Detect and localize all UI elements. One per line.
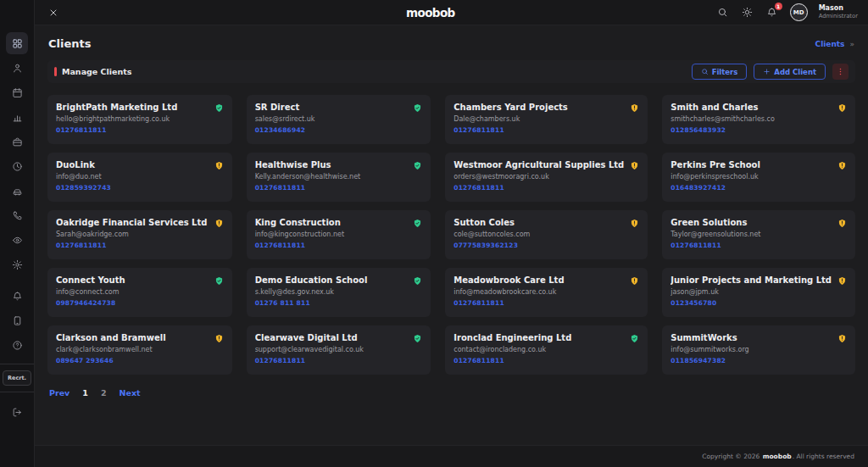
client-phone-link[interactable]: 012856483932: [670, 126, 847, 134]
sidebar-recrt-button[interactable]: Recrt.: [3, 370, 31, 386]
client-phone-link[interactable]: 01234686942: [255, 126, 423, 134]
avatar[interactable]: MD: [790, 3, 808, 21]
client-phone-link[interactable]: 01276811811: [453, 357, 639, 364]
help-icon: [12, 340, 23, 351]
client-card[interactable]: King Constructioninfo@kingconstruction.n…: [247, 210, 431, 259]
clock-icon: [12, 161, 23, 172]
sidebar-item-vehicles[interactable]: [6, 180, 28, 202]
status-warning-icon: [837, 160, 847, 171]
client-card[interactable]: Ironclad Engineering Ltdcontact@ironclad…: [445, 325, 648, 375]
sidebar-recrt-section: Recrt.: [0, 364, 34, 392]
client-phone-link[interactable]: 07775839362123: [453, 242, 639, 249]
gear-icon: [12, 259, 23, 270]
client-phone-link[interactable]: 01276811811: [453, 184, 639, 192]
client-card[interactable]: Junior Projects and Marketing Ltdjason@j…: [662, 268, 855, 317]
pagination-next-button[interactable]: Next: [120, 388, 141, 398]
client-phone-link[interactable]: 0987946424738: [56, 299, 224, 307]
client-card[interactable]: Connect Youthinfo@connect.com09879464247…: [47, 268, 232, 317]
sidebar-item-logout[interactable]: [6, 401, 28, 423]
breadcrumb-clients-link[interactable]: Clients: [815, 40, 845, 48]
client-phone-link[interactable]: 01276811811: [453, 299, 639, 307]
brand-logo: moobob: [406, 6, 455, 19]
sidebar-item-calendar[interactable]: [6, 81, 28, 103]
client-name: Demo Education School: [255, 275, 423, 285]
client-card[interactable]: Green SolutionsTaylor@greensolutions.net…: [662, 210, 855, 259]
sidebar-item-reports[interactable]: [6, 106, 28, 128]
pagination-page-1-button[interactable]: 1: [82, 388, 88, 398]
sidebar-item-monitoring[interactable]: [6, 229, 28, 251]
client-card[interactable]: SummitWorksinfo@summitworks.org011856947…: [662, 325, 855, 375]
client-name: Sutton Coles: [453, 218, 639, 227]
sidebar-item-notifications[interactable]: [6, 285, 28, 307]
status-warning-icon: [630, 218, 639, 229]
client-phone-link[interactable]: 016483927412: [670, 184, 847, 192]
more-options-button[interactable]: [832, 64, 849, 80]
pagination-prev-button[interactable]: Prev: [49, 388, 70, 398]
client-name: Clarkson and Bramwell: [56, 333, 224, 342]
sidebar-secondary-group: [6, 285, 28, 359]
status-warning-icon: [214, 218, 224, 229]
client-card[interactable]: Clearwave Digital Ltdsupport@clearwavedi…: [247, 325, 431, 375]
panel-actions: Filters Add Client: [692, 64, 849, 80]
close-icon[interactable]: [45, 4, 62, 21]
bell-icon: [12, 291, 23, 302]
filters-button[interactable]: Filters: [692, 64, 748, 80]
client-email: hello@brightpathmarketing.co.uk: [56, 115, 224, 123]
status-verified-icon: [413, 103, 422, 114]
client-name: Junior Projects and Marketing Ltd: [670, 275, 847, 285]
client-phone-link[interactable]: 089647 293646: [56, 357, 224, 364]
sidebar-item-help[interactable]: [6, 334, 28, 356]
sidebar-item-devices[interactable]: [6, 309, 28, 331]
client-card[interactable]: Meadowbrook Care Ltdinfo@meadowbrookcare…: [445, 268, 648, 317]
client-card[interactable]: Sutton Colescole@suttoncoles.com07775839…: [445, 210, 648, 259]
client-card[interactable]: Clarkson and Bramwellclark@clarksonbramw…: [47, 325, 232, 375]
sidebar-item-jobs[interactable]: [6, 131, 28, 153]
topbar-actions: 1 MD Mason Administrator: [716, 3, 858, 21]
footer: Copyright © 2026 moobob. All rights rese…: [35, 445, 868, 467]
client-card[interactable]: Westmoor Agricultural Supplies Ltdorders…: [445, 153, 648, 202]
client-card[interactable]: Oakridge Financial Services LtdSarah@oak…: [47, 210, 232, 259]
client-name: Westmoor Agricultural Supplies Ltd: [453, 160, 639, 170]
client-name: Meadowbrook Care Ltd: [453, 275, 639, 285]
client-card[interactable]: Chambers Yard ProjectsDale@chambers.uk01…: [445, 95, 648, 144]
client-card[interactable]: Demo Education Schools.kelly@des.gov.nex…: [247, 268, 431, 317]
status-verified-icon: [214, 275, 224, 286]
client-phone-link[interactable]: 01276 811 811: [255, 299, 423, 307]
client-name: Connect Youth: [56, 275, 224, 285]
client-email: info@connect.com: [56, 288, 224, 296]
client-email: info@duo.net: [56, 173, 224, 181]
client-email: s.kelly@des.gov.nex.uk: [255, 288, 423, 296]
client-phone-link[interactable]: 01276811811: [453, 126, 639, 134]
page-content: Clients Clients » Manage Clients Filters: [35, 25, 868, 445]
client-phone-link[interactable]: 0123456780: [670, 299, 847, 307]
client-card[interactable]: DuoLinkinfo@duo.net012859392743: [47, 153, 232, 202]
sidebar-item-clients[interactable]: [6, 57, 28, 79]
client-phone-link[interactable]: 01276811811: [670, 242, 847, 249]
kebab-icon: [836, 67, 845, 76]
client-phone-link[interactable]: 01276811811: [255, 357, 423, 364]
client-card[interactable]: Smith and Charlessmithcharles@smithcharl…: [662, 95, 855, 144]
pagination-page-2-button[interactable]: 2: [101, 388, 107, 398]
client-phone-link[interactable]: 012859392743: [56, 184, 224, 192]
sidebar-item-time[interactable]: [6, 155, 28, 177]
client-phone-link[interactable]: 01276811811: [56, 126, 224, 134]
notifications-bell-icon[interactable]: 1: [765, 6, 779, 19]
client-phone-link[interactable]: 011856947382: [670, 357, 847, 364]
client-phone-link[interactable]: 01276811811: [255, 242, 423, 249]
client-phone-link[interactable]: 01276811811: [56, 242, 224, 249]
client-card[interactable]: Perkins Pre Schoolinfo@perkinspreschool.…: [662, 153, 855, 202]
dashboard-icon: [12, 38, 23, 49]
client-phone-link[interactable]: 01276811811: [255, 184, 423, 192]
client-email: smithcharles@smithcharles.co: [670, 115, 847, 123]
client-name: Oakridge Financial Services Ltd: [56, 218, 224, 227]
status-warning-icon: [837, 275, 847, 286]
add-client-button[interactable]: Add Client: [754, 64, 826, 80]
client-card[interactable]: SR Directsales@srdirect.uk01234686942: [247, 95, 431, 144]
sidebar-item-calls[interactable]: [6, 204, 28, 226]
client-card[interactable]: BrightPath Marketing Ltdhello@brightpath…: [47, 95, 232, 144]
client-card[interactable]: Healthwise PlusKelly.anderson@healthwise…: [247, 153, 431, 202]
theme-sun-icon[interactable]: [741, 6, 754, 19]
search-icon[interactable]: [716, 6, 730, 19]
sidebar-item-settings[interactable]: [6, 253, 28, 275]
sidebar-item-dashboard[interactable]: [6, 32, 28, 54]
